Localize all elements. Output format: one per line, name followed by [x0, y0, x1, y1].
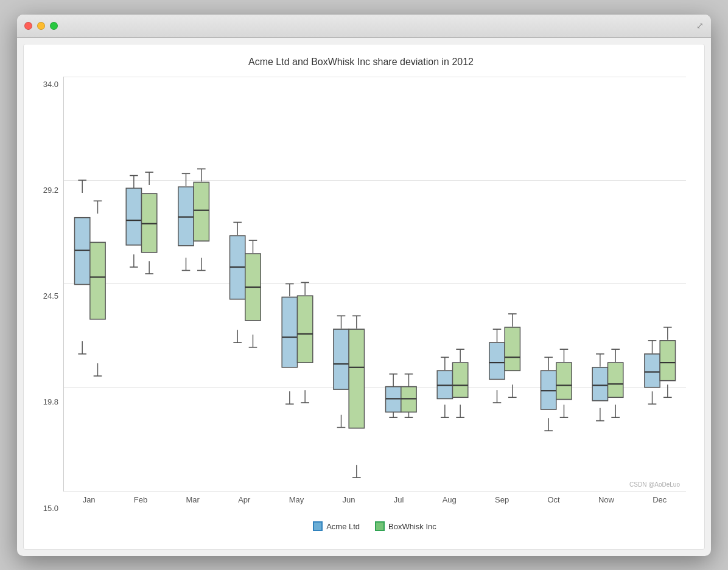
svg-rect-10 [90, 242, 105, 319]
expand-icon[interactable]: ⤢ [696, 21, 704, 30]
x-label-jun: Jun [343, 495, 355, 504]
boxplot-svg: .box-blue { fill: #a8cce0; stroke: #555;… [64, 77, 686, 491]
x-label-jan: Jan [83, 495, 96, 504]
y-label-4: 29.2 [43, 186, 58, 195]
svg-rect-58 [297, 296, 312, 363]
y-label-1: 15.0 [43, 504, 58, 513]
svg-rect-82 [401, 386, 416, 412]
legend-label-boxwhisk: BoxWhisk Inc [388, 522, 436, 531]
x-label-mar: Mar [186, 495, 200, 504]
close-button[interactable] [24, 22, 32, 30]
y-label-3: 24.5 [43, 291, 58, 301]
legend-acme: Acme Ltd [313, 521, 360, 531]
x-label-jul: Jul [394, 495, 404, 504]
legend-icon-boxwhisk [375, 521, 385, 531]
legend-icon-acme [313, 521, 323, 531]
chart-area: Acme Ltd and BoxWhisk Inc share deviatio… [23, 44, 705, 550]
svg-rect-106 [505, 327, 520, 370]
chart-title: Acme Ltd and BoxWhisk Inc share deviatio… [36, 57, 686, 68]
y-label-5: 34.0 [43, 80, 58, 89]
svg-rect-70 [349, 329, 364, 428]
svg-rect-118 [556, 363, 572, 399]
chart-right: .box-blue { fill: #a8cce0; stroke: #555;… [63, 77, 686, 537]
svg-rect-130 [608, 363, 623, 397]
grid-line-5 [64, 491, 686, 492]
svg-rect-136 [645, 353, 660, 387]
svg-rect-142 [660, 340, 675, 380]
watermark: CSDN @AoDeLuo [629, 481, 680, 488]
svg-rect-100 [489, 342, 505, 379]
legend-boxwhisk: BoxWhisk Inc [375, 521, 436, 531]
svg-rect-76 [386, 386, 401, 412]
x-label-nov: Now [598, 495, 614, 504]
traffic-lights [24, 22, 58, 30]
maximize-button[interactable] [50, 22, 58, 30]
legend-label-acme: Acme Ltd [326, 522, 360, 531]
svg-rect-16 [126, 188, 141, 245]
svg-rect-52 [282, 297, 297, 367]
svg-rect-94 [453, 363, 468, 397]
x-label-aug: Aug [443, 495, 457, 504]
x-axis: Jan Feb Mar Apr May Jun Jul Aug Sep Oct … [63, 492, 686, 516]
y-axis: 34.0 29.2 24.5 19.8 15.0 [36, 77, 63, 537]
plot-area: .box-blue { fill: #a8cce0; stroke: #555;… [63, 77, 686, 492]
legend: Acme Ltd BoxWhisk Inc [63, 516, 686, 537]
x-label-may: May [289, 495, 304, 504]
chart-body: 34.0 29.2 24.5 19.8 15.0 [36, 77, 686, 537]
svg-rect-34 [194, 182, 209, 241]
svg-rect-124 [592, 367, 607, 400]
minimize-button[interactable] [37, 22, 45, 30]
x-label-dec: Dec [653, 495, 667, 504]
x-label-sep: Sep [495, 495, 509, 504]
x-label-oct: Oct [547, 495, 559, 504]
app-window: ⤢ Acme Ltd and BoxWhisk Inc share deviat… [17, 15, 711, 556]
x-label-apr: Apr [238, 495, 250, 504]
svg-rect-22 [142, 193, 157, 252]
y-label-2: 19.8 [43, 397, 58, 406]
x-label-feb: Feb [134, 495, 147, 504]
titlebar: ⤢ [17, 15, 711, 38]
svg-rect-64 [334, 329, 349, 389]
